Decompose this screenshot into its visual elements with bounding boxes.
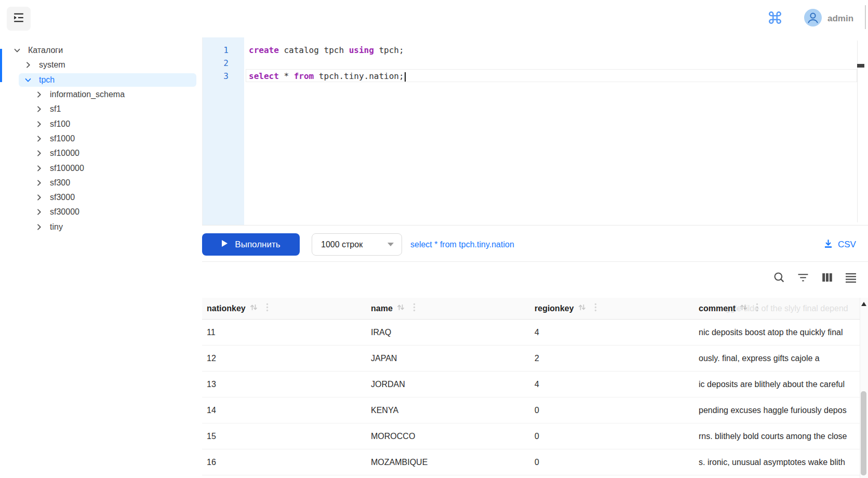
tree-item-sf1000[interactable]: sf1000	[0, 131, 202, 146]
sort-icon[interactable]	[578, 303, 586, 313]
sort-icon[interactable]	[250, 303, 258, 313]
chevron-right-icon[interactable]	[34, 134, 44, 143]
csv-download-link[interactable]: CSV	[823, 233, 856, 256]
dots-menu-icon[interactable]	[413, 303, 416, 314]
chevron-right-icon[interactable]	[34, 178, 44, 188]
user-menu[interactable]: admin	[804, 9, 853, 28]
tree-item-tpch[interactable]: tpch	[0, 73, 202, 87]
row-limit-select[interactable]: 1000 строк	[312, 233, 402, 256]
tree-item-sf3000[interactable]: sf3000	[0, 190, 202, 205]
columns-icon[interactable]	[821, 272, 833, 283]
sort-icon[interactable]	[397, 303, 405, 313]
tree-item-tiny[interactable]: tiny	[0, 220, 202, 234]
scroll-up-arrow[interactable]	[861, 302, 866, 306]
results-divider	[202, 261, 868, 262]
tree-item-system[interactable]: system	[0, 58, 202, 72]
column-label: comment	[699, 304, 736, 313]
user-avatar-icon	[804, 9, 822, 29]
cell-name: JORDAN	[371, 380, 535, 389]
cell-name: MOZAMBIQUE	[371, 458, 535, 467]
cell-name: IRAQ	[371, 328, 535, 337]
code-line-2	[244, 57, 856, 70]
cell-regionkey: 4	[535, 328, 699, 337]
chevron-right-icon[interactable]	[34, 120, 44, 129]
chevron-right-icon[interactable]	[34, 90, 44, 99]
tree-item-sf10000[interactable]: sf10000	[0, 146, 202, 161]
sql-editor[interactable]: 123 create catalog tpch using tpch;selec…	[202, 37, 868, 225]
tree-item-label: sf10000	[50, 149, 79, 158]
table-row: 16MOZAMBIQUE0s. ironic, unusual asymptot…	[202, 449, 860, 475]
sql-text: tpch.tiny.nation;	[314, 71, 404, 81]
sidebar-toggle-button[interactable]	[7, 7, 31, 31]
shortcuts-button[interactable]	[765, 9, 785, 29]
editor-scrollbar-thumb[interactable]	[857, 64, 864, 68]
sort-icon[interactable]	[740, 303, 747, 313]
run-button-label: Выполнить	[235, 240, 280, 250]
tree-item-sf30000[interactable]: sf30000	[0, 205, 202, 219]
cell-name: KENYA	[371, 406, 535, 415]
editor-gutter: 123	[203, 37, 244, 225]
tree-item-sf100[interactable]: sf100	[0, 116, 202, 131]
column-header-nationkey[interactable]: nationkey	[207, 298, 371, 319]
chevron-down-icon[interactable]	[12, 46, 22, 55]
chevron-right-icon[interactable]	[34, 149, 44, 158]
column-header-name[interactable]: name	[371, 298, 535, 319]
text-cursor	[405, 72, 406, 82]
rows-icon[interactable]	[845, 272, 857, 283]
cell-comment: nic deposits boost atop the quickly fina…	[699, 328, 860, 337]
tree-item-information_schema[interactable]: information_schema	[0, 87, 202, 102]
line-number: 3	[203, 70, 244, 83]
table-row: 12JAPAN2ously. final, express gifts cajo…	[202, 346, 860, 371]
column-header-regionkey[interactable]: regionkey	[535, 298, 699, 319]
cell-regionkey: 4	[535, 380, 699, 389]
chevron-right-icon[interactable]	[23, 60, 33, 70]
column-label: nationkey	[207, 304, 246, 313]
filter-icon[interactable]	[797, 272, 809, 283]
catalog-sidebar: Каталогиsystemtpchinformation_schemasf1s…	[0, 37, 202, 478]
tree-item-sf1[interactable]: sf1	[0, 102, 202, 116]
chevron-right-icon[interactable]	[34, 164, 44, 173]
search-icon[interactable]	[773, 272, 785, 283]
chevron-down-icon[interactable]	[23, 75, 33, 85]
tree-item-label: sf100000	[50, 164, 84, 173]
cell-comment: rns. blithely bold courts among the clos…	[699, 432, 860, 441]
table-scrollbar-thumb[interactable]	[861, 391, 866, 475]
dots-menu-icon[interactable]	[266, 303, 269, 314]
cell-name: JAPAN	[371, 354, 535, 363]
editor-code: create catalog tpch using tpch;select * …	[244, 44, 856, 83]
command-icon	[767, 10, 783, 28]
chevron-right-icon[interactable]	[34, 104, 44, 114]
top-bar: admin	[0, 0, 868, 38]
table-row: 15MOROCCO0rns. blithely bold courts amon…	[202, 423, 860, 449]
column-header-comment[interactable]: ggle tilde of the slyly final dependcomm…	[699, 298, 860, 319]
dots-menu-icon[interactable]	[756, 303, 758, 314]
csv-label: CSV	[838, 240, 856, 250]
table-row: 11IRAQ4nic deposits boost atop the quick…	[202, 320, 860, 346]
chevron-right-icon[interactable]	[34, 193, 44, 202]
chevron-right-icon[interactable]	[34, 207, 44, 217]
column-label: name	[371, 304, 393, 313]
tree-item-label: sf1000	[50, 134, 75, 143]
tree-item-label: Каталоги	[28, 46, 63, 55]
tree-item-sf300[interactable]: sf300	[0, 176, 202, 190]
executed-query-link[interactable]: select * from tpch.tiny.nation	[410, 233, 514, 256]
window-scrollbar[interactable]	[865, 5, 866, 29]
cell-nationkey: 13	[207, 380, 371, 389]
code-line-1: create catalog tpch using tpch;	[244, 44, 856, 57]
cell-comment: ously. final, express gifts cajole a	[699, 354, 860, 363]
sql-text: *	[279, 71, 294, 81]
cell-regionkey: 0	[535, 406, 699, 415]
editor-scrollbar-track[interactable]	[857, 41, 865, 222]
sidebar-scroll-indicator[interactable]	[0, 49, 2, 82]
sql-text: tpch;	[374, 45, 404, 55]
cell-regionkey: 2	[535, 354, 699, 363]
tree-item-Каталоги[interactable]: Каталоги	[0, 43, 202, 58]
tree-item-label: information_schema	[50, 90, 125, 99]
sql-text: catalog tpch	[279, 45, 349, 55]
chevron-right-icon[interactable]	[34, 222, 44, 232]
tree-item-sf100000[interactable]: sf100000	[0, 161, 202, 175]
dots-menu-icon[interactable]	[594, 303, 597, 314]
tree-item-label: system	[39, 60, 65, 70]
run-query-button[interactable]: Выполнить	[202, 233, 300, 256]
tree-item-label: tpch	[39, 75, 55, 85]
